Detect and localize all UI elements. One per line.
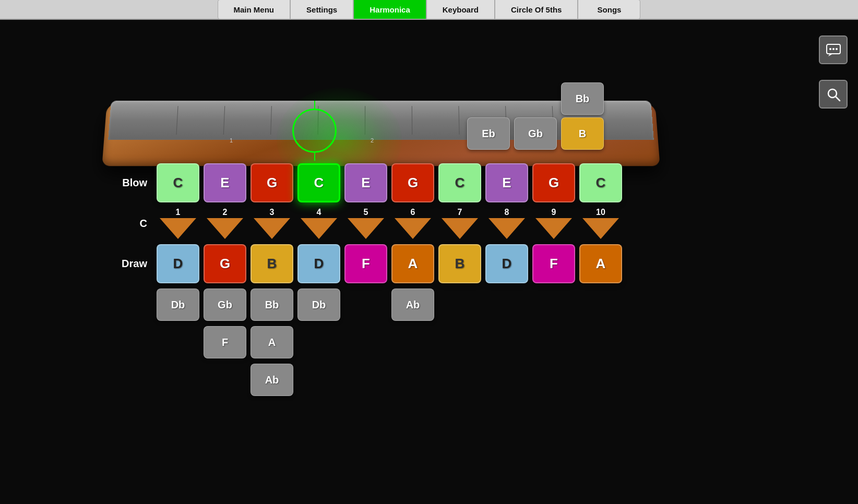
- bend-note-2[interactable]: F: [204, 326, 246, 358]
- nav-btn-harmonica[interactable]: Harmonica: [353, 0, 426, 19]
- hole-number-6: 6: [411, 208, 415, 217]
- hole-triangle-5[interactable]: [348, 218, 384, 239]
- hole-8: 8: [485, 208, 528, 239]
- hole-number-2: 2: [223, 208, 228, 217]
- region-2: 2: [371, 137, 374, 143]
- svg-point-3: [836, 48, 838, 50]
- nav-btn-settings[interactable]: Settings: [290, 0, 353, 19]
- draw-note-6[interactable]: A: [391, 244, 434, 283]
- hole-triangle-1[interactable]: [160, 218, 196, 239]
- holes-row: C 12345678910: [73, 208, 647, 239]
- chat-icon[interactable]: [819, 35, 848, 64]
- draw-label: Draw: [73, 258, 157, 270]
- draw-note-8[interactable]: D: [485, 244, 528, 283]
- draw-note-9[interactable]: F: [532, 244, 575, 283]
- nav-btn-songs[interactable]: Songs: [578, 0, 640, 19]
- bend2-row: FA: [73, 326, 647, 358]
- svg-point-2: [832, 48, 835, 50]
- svg-point-1: [829, 48, 831, 50]
- bend3-row: Ab: [73, 364, 647, 396]
- bend-note-3[interactable]: A: [251, 326, 293, 358]
- hole-1: 1: [157, 208, 199, 239]
- hole-10: 10: [579, 208, 622, 239]
- search-icon[interactable]: [819, 80, 848, 109]
- nav-btn-keyboard[interactable]: Keyboard: [426, 0, 495, 19]
- bend3-container: Ab: [157, 364, 622, 396]
- bend-note-6[interactable]: Ab: [391, 289, 434, 321]
- blow-note-4[interactable]: C: [297, 163, 340, 202]
- blow-note-9[interactable]: G: [532, 163, 575, 202]
- bend2-container: FA: [157, 326, 622, 358]
- hole-triangle-6[interactable]: [395, 218, 431, 239]
- hole-number-7: 7: [458, 208, 462, 217]
- holes-spacer: C: [73, 218, 157, 230]
- draw-note-1[interactable]: D: [157, 244, 199, 283]
- blow-notes-container: CEGCEGCEGC: [157, 163, 622, 202]
- c-key-label: C: [73, 218, 157, 230]
- hole-4: 4: [297, 208, 340, 239]
- blow-note-8[interactable]: E: [485, 163, 528, 202]
- draw-note-3[interactable]: B: [251, 244, 293, 283]
- hole-triangle-9[interactable]: [535, 218, 572, 239]
- hole-6: 6: [391, 208, 434, 239]
- draw-note-10[interactable]: A: [579, 244, 622, 283]
- hole-triangle-3[interactable]: [254, 218, 290, 239]
- blow-note-5[interactable]: E: [344, 163, 387, 202]
- hole-number-8: 8: [505, 208, 509, 217]
- hole-number-4: 4: [317, 208, 321, 217]
- nav-btn-circle-of-5ths[interactable]: Circle Of 5ths: [495, 0, 578, 19]
- blow-note-1[interactable]: C: [157, 163, 199, 202]
- blowbend2-row: Bb: [467, 82, 604, 115]
- bend1-row: DbGbBbDbAb: [73, 289, 647, 321]
- bend1-container: DbGbBbDbAb: [157, 289, 622, 321]
- draw-note-2[interactable]: G: [204, 244, 246, 283]
- blow-row: Blow CEGCEGCEGC: [73, 163, 647, 202]
- hole-number-5: 5: [364, 208, 368, 217]
- hole-triangle-8[interactable]: [488, 218, 525, 239]
- hole-5: 5: [344, 208, 387, 239]
- navigation-bar: Main MenuSettingsHarmonicaKeyboardCircle…: [0, 0, 858, 20]
- hole-9: 9: [532, 208, 575, 239]
- hole-number-9: 9: [552, 208, 556, 217]
- blowbend-b[interactable]: B: [561, 117, 604, 150]
- hole-2: 2: [204, 208, 246, 239]
- svg-line-5: [836, 97, 840, 101]
- bend-note-4[interactable]: Db: [297, 289, 340, 321]
- hole-triangle-7[interactable]: [442, 218, 478, 239]
- blowbend-bb[interactable]: Bb: [561, 82, 604, 115]
- hole-7: 7: [438, 208, 481, 239]
- region-1: 1: [230, 137, 233, 143]
- blowbend-eb[interactable]: Eb: [467, 117, 510, 150]
- draw-row: Draw DGBDFABDFA: [73, 244, 647, 283]
- draw-note-7[interactable]: B: [438, 244, 481, 283]
- blow-note-2[interactable]: E: [204, 163, 246, 202]
- hole-number-10: 10: [596, 208, 605, 217]
- blow-note-6[interactable]: G: [391, 163, 434, 202]
- draw-note-4[interactable]: D: [297, 244, 340, 283]
- hole-3: 3: [251, 208, 293, 239]
- draw-note-5[interactable]: F: [344, 244, 387, 283]
- right-icons-panel: [819, 35, 848, 109]
- hole-number-3: 3: [270, 208, 275, 217]
- hole-triangle-2[interactable]: [207, 218, 243, 239]
- bend-note-3[interactable]: Bb: [251, 289, 293, 321]
- bend-note-3[interactable]: Ab: [251, 364, 293, 396]
- holes-container: 12345678910: [157, 208, 622, 239]
- blowbend-gb[interactable]: Gb: [514, 117, 557, 150]
- hole-triangle-4[interactable]: [301, 218, 337, 239]
- blow-note-3[interactable]: G: [251, 163, 293, 202]
- blow-label: Blow: [73, 177, 157, 189]
- hole-number-1: 1: [176, 208, 181, 217]
- blow-note-10[interactable]: C: [579, 163, 622, 202]
- draw-notes-container: DGBDFABDFA: [157, 244, 622, 283]
- bend-note-2[interactable]: Gb: [204, 289, 246, 321]
- blowbend1-row: Eb Gb B: [467, 117, 604, 150]
- blow-bends-container: Bb Eb Gb B: [467, 82, 604, 150]
- blow-note-7[interactable]: C: [438, 163, 481, 202]
- hole-triangle-10[interactable]: [582, 218, 619, 239]
- nav-btn-main-menu[interactable]: Main Menu: [218, 0, 291, 19]
- main-layout: Bb Eb Gb B: [0, 20, 858, 504]
- bend-note-1[interactable]: Db: [157, 289, 199, 321]
